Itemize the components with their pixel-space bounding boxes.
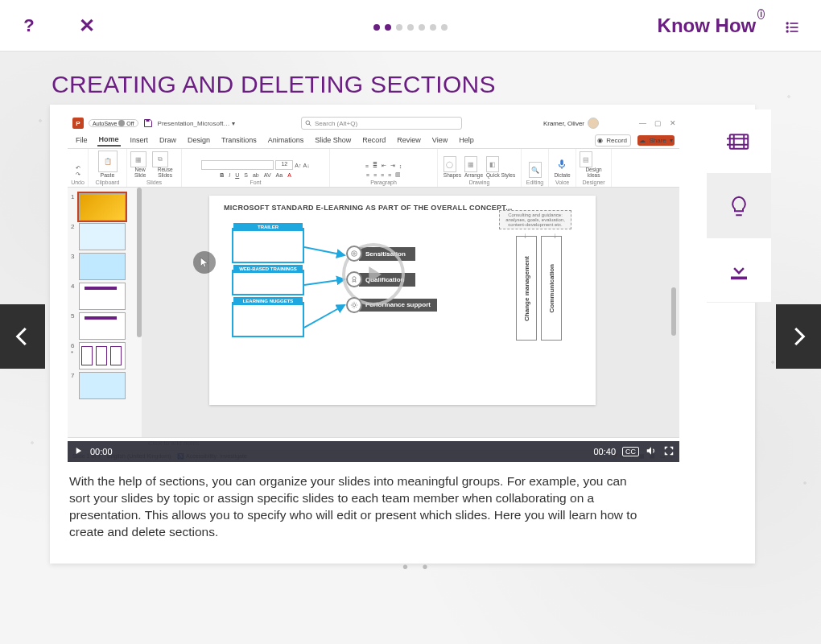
font-color-icon[interactable]: A bbox=[287, 172, 291, 178]
char-spacing-icon[interactable]: AV bbox=[264, 172, 271, 178]
minimize-icon[interactable]: — bbox=[639, 119, 646, 127]
menu-button[interactable] bbox=[784, 19, 800, 39]
strikethrough-icon[interactable]: S bbox=[244, 172, 248, 178]
video-player[interactable]: P AutoSave Off Presentation_Microsoft… ▾… bbox=[68, 114, 679, 462]
window-controls: — ▢ ✕ bbox=[639, 119, 676, 127]
vbar-comm: Communication bbox=[541, 236, 562, 341]
cc-button[interactable]: CC bbox=[622, 447, 639, 456]
tab-animations[interactable]: Animations bbox=[266, 134, 306, 146]
slide-canvas: MICROSOFT STANDARD E-LEARNING AS PART OF… bbox=[209, 196, 596, 405]
tab-help[interactable]: Help bbox=[457, 134, 476, 146]
decrease-font-icon[interactable]: A↓ bbox=[303, 163, 310, 168]
duration: 00:40 bbox=[593, 447, 616, 456]
video-tab[interactable] bbox=[707, 109, 771, 174]
svg-point-4 bbox=[786, 30, 789, 32]
group-label: Voice bbox=[555, 180, 569, 185]
tab-design[interactable]: Design bbox=[186, 134, 212, 146]
text-shadow-icon[interactable]: ab bbox=[253, 172, 259, 178]
tab-file[interactable]: File bbox=[74, 134, 89, 146]
thumbnail-4[interactable]: 4 bbox=[71, 283, 138, 310]
italic-icon[interactable]: I bbox=[229, 172, 230, 178]
thumbnail-7[interactable]: 7 bbox=[71, 372, 138, 399]
ribbon-undo: ↶ ↷ Undo bbox=[68, 149, 89, 187]
download-tab[interactable] bbox=[707, 238, 771, 303]
design-ideas-button[interactable]: ▤ Design Ideas bbox=[580, 151, 608, 178]
left-boxes: TRAILER WEB-BASED TRAININGS LEARNING NUG… bbox=[232, 228, 304, 344]
next-button[interactable] bbox=[776, 304, 821, 369]
user-label[interactable]: Kramer, Oliver bbox=[543, 118, 599, 129]
tab-home[interactable]: Home bbox=[97, 134, 121, 147]
quick-styles-button[interactable]: ◧Quick Styles bbox=[486, 156, 515, 178]
paste-icon[interactable]: 📋 bbox=[98, 151, 118, 172]
ppt-titlebar: P AutoSave Off Presentation_Microsoft… ▾… bbox=[68, 114, 679, 132]
volume-button[interactable] bbox=[646, 445, 657, 458]
progress-dot bbox=[430, 24, 436, 31]
restore-icon[interactable]: ▢ bbox=[654, 119, 662, 127]
lesson-body: P AutoSave Off Presentation_Microsoft… ▾… bbox=[50, 105, 755, 462]
thumbnail-1[interactable]: 1 bbox=[71, 193, 138, 221]
bold-icon[interactable]: B bbox=[220, 172, 224, 178]
font-family-input[interactable] bbox=[201, 160, 274, 170]
shapes-button[interactable]: ◯Shapes bbox=[444, 156, 461, 178]
record-button[interactable]: ◉ Record bbox=[595, 134, 631, 147]
new-slide-button[interactable]: ▦ New Slide bbox=[130, 151, 150, 178]
prev-button[interactable] bbox=[0, 304, 45, 369]
indent-more-icon[interactable]: ⇥ bbox=[390, 163, 395, 169]
slide-canvas-area[interactable]: MICROSOFT STANDARD E-LEARNING AS PART OF… bbox=[142, 188, 679, 437]
align-right-icon[interactable]: ≡ bbox=[381, 172, 384, 178]
tab-view[interactable]: View bbox=[431, 134, 449, 146]
editing-icon[interactable]: 🔍 bbox=[529, 162, 542, 178]
reuse-slides-icon: ⧉ bbox=[152, 151, 168, 167]
filename-label[interactable]: Presentation_Microsoft… ▾ bbox=[158, 120, 235, 127]
fullscreen-button[interactable] bbox=[663, 445, 675, 458]
indent-less-icon[interactable]: ⇤ bbox=[382, 163, 386, 169]
ribbon-tabs: File Home Insert Draw Design Transitions… bbox=[68, 132, 679, 149]
font-size-input[interactable]: 12 bbox=[275, 160, 293, 170]
app-header: ? ✕ Know Howi bbox=[0, 0, 821, 52]
save-icon[interactable] bbox=[143, 118, 153, 128]
slide-thumbnails[interactable]: 1 2 3 4 5 6* 7 bbox=[68, 188, 142, 437]
bullets-icon[interactable]: ≡ bbox=[365, 163, 369, 169]
share-button[interactable]: ☁ Share ▾ bbox=[637, 135, 675, 146]
tab-slideshow[interactable]: Slide Show bbox=[313, 134, 353, 146]
tips-tab[interactable] bbox=[707, 174, 771, 238]
brand-mark: i bbox=[757, 9, 765, 19]
paste-label: Paste bbox=[101, 172, 115, 178]
thumbnail-3[interactable]: 3 bbox=[71, 253, 138, 280]
tab-insert[interactable]: Insert bbox=[129, 134, 151, 146]
tab-review[interactable]: Review bbox=[395, 134, 423, 146]
align-left-icon[interactable]: ≡ bbox=[366, 172, 369, 178]
group-label: Undo bbox=[71, 180, 85, 185]
change-case-icon[interactable]: Aa bbox=[276, 172, 283, 178]
close-icon[interactable]: ✕ bbox=[670, 119, 676, 127]
help-button[interactable]: ? bbox=[16, 13, 42, 39]
justify-icon[interactable]: ≡ bbox=[388, 172, 391, 178]
numbering-icon[interactable]: ≣ bbox=[373, 163, 377, 169]
line-spacing-icon[interactable]: ↕ bbox=[399, 163, 402, 169]
align-center-icon[interactable]: ≡ bbox=[373, 172, 377, 178]
close-button[interactable]: ✕ bbox=[74, 13, 100, 39]
undo-icon[interactable]: ↶ bbox=[76, 165, 80, 171]
dictate-button[interactable]: Dictate bbox=[554, 157, 570, 178]
consulting-box: Consulting and guidance: analyses, goals… bbox=[499, 210, 571, 229]
tab-draw[interactable]: Draw bbox=[158, 134, 178, 146]
svg-point-7 bbox=[306, 121, 310, 125]
thumbnail-2[interactable]: 2 bbox=[71, 223, 138, 250]
play-button[interactable] bbox=[72, 445, 84, 458]
tab-record[interactable]: Record bbox=[361, 134, 387, 146]
autosave-label: AutoSave bbox=[93, 121, 117, 126]
ppt-workarea: 1 2 3 4 5 6* 7 MICROSOFT STANDARD E-LEAR… bbox=[68, 188, 679, 437]
redo-icon[interactable]: ↷ bbox=[76, 171, 80, 178]
search-input[interactable]: Search (Alt+Q) bbox=[301, 117, 462, 130]
increase-font-icon[interactable]: A↑ bbox=[295, 163, 301, 168]
columns-icon[interactable]: ▥ bbox=[395, 171, 401, 178]
thumbnail-5[interactable]: 5 bbox=[71, 312, 138, 340]
svg-rect-9 bbox=[561, 159, 564, 165]
autosave-toggle[interactable]: AutoSave Off bbox=[89, 119, 138, 127]
underline-icon[interactable]: U bbox=[235, 172, 239, 178]
thumbnail-6[interactable]: 6* bbox=[71, 342, 138, 369]
arrange-button[interactable]: ▦Arrange bbox=[464, 156, 483, 178]
reuse-slides-button[interactable]: ⧉ Reuse Slides bbox=[152, 151, 178, 178]
tab-transitions[interactable]: Transitions bbox=[220, 134, 258, 146]
current-time: 00:00 bbox=[90, 447, 113, 456]
